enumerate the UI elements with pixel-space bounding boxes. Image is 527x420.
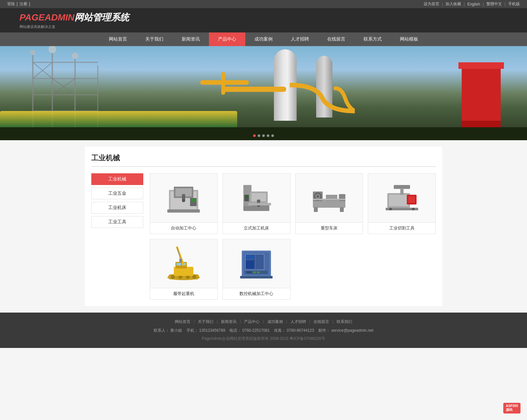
svg-point-51: [412, 208, 415, 210]
footer-nav-home[interactable]: 网站首页: [175, 319, 190, 325]
register-link[interactable]: 注册: [19, 2, 27, 6]
top-bar-left: 登陆 [ 注册 ]: [6, 1, 30, 7]
logo[interactable]: PAGEADMIN网站管理系统 网站建设高效解决之道: [19, 11, 129, 29]
nav-about[interactable]: 关于我们: [136, 32, 173, 46]
product-name-auto-cnc: 自动加工中心: [150, 222, 217, 234]
product-lathe[interactable]: 重型车床: [295, 173, 363, 234]
svg-point-14: [30, 50, 35, 55]
footer: 网站首页 | 关于我们 | 新闻资讯 | 产品中心 | 成功案例 | 人才招聘 …: [0, 313, 527, 348]
nav-news[interactable]: 新闻资讯: [173, 32, 209, 46]
vertical-cnc-svg: [238, 182, 274, 214]
sep1: |: [442, 2, 443, 6]
mobile-link[interactable]: 手机版: [508, 1, 520, 7]
svg-rect-74: [257, 271, 260, 273]
product-crane[interactable]: 履带起重机: [150, 239, 218, 300]
product-vertical-cnc[interactable]: 立式加工机床: [223, 173, 290, 234]
tel-value: 0760-22517081: [242, 328, 270, 333]
sidebar-item-hardware[interactable]: 工业五金: [91, 188, 143, 199]
product-auto-cnc[interactable]: 自动加工中心: [150, 173, 218, 234]
add-favorite-link[interactable]: 加入收藏: [445, 1, 461, 7]
nav-home[interactable]: 网站首页: [100, 32, 136, 46]
footer-nav-products[interactable]: 产品中心: [244, 319, 260, 325]
svg-rect-41: [314, 207, 318, 212]
top-bar: 登陆 [ 注册 ] 设为首页 | 加入收藏 | English | 繁體中文 |…: [0, 0, 527, 8]
footer-sep-3: |: [240, 319, 241, 325]
footer-nav-about[interactable]: 关于我们: [198, 319, 213, 325]
nav-contact[interactable]: 联系方式: [354, 32, 391, 46]
section-heading: 工业机械: [91, 153, 120, 163]
footer-nav-cases[interactable]: 成功案例: [267, 319, 283, 325]
hero-banner: [0, 46, 527, 140]
footer-nav-news[interactable]: 新闻资讯: [221, 319, 237, 325]
footer-sep-7: |: [332, 319, 333, 325]
nav-products[interactable]: 产品中心: [209, 32, 245, 46]
dot-3[interactable]: [262, 134, 265, 137]
footer-sep-5: |: [286, 319, 287, 325]
set-home-link[interactable]: 设为首页: [424, 1, 439, 7]
traditional-link[interactable]: 繁體中文: [486, 1, 502, 7]
sidebar-item-tools[interactable]: 工业工具: [91, 216, 143, 228]
product-cutter[interactable]: 工业切割工具: [368, 173, 436, 234]
top-bar-right: 设为首页 | 加入收藏 | English | 繁體中文 | 手机版: [423, 1, 521, 7]
dot-5[interactable]: [271, 134, 274, 137]
fax-value: 0760-86744123: [287, 328, 314, 333]
nav-cases[interactable]: 成功案例: [245, 32, 282, 46]
logo-admin: ADMIN: [45, 12, 74, 22]
product-img-cutter: [368, 174, 435, 222]
logo-cn-text: 网站管理系统: [74, 12, 129, 22]
english-link[interactable]: English: [467, 2, 480, 6]
svg-rect-73: [253, 271, 256, 273]
svg-rect-32: [245, 195, 248, 198]
svg-rect-22: [191, 199, 196, 202]
login-link[interactable]: 登陆: [7, 2, 15, 6]
nav-templates[interactable]: 网站模板: [391, 32, 427, 46]
product-name-vertical-cnc: 立式加工机床: [223, 222, 290, 234]
svg-rect-76: [246, 260, 254, 269]
dot-2[interactable]: [258, 134, 260, 137]
svg-rect-38: [326, 195, 337, 201]
svg-rect-64: [179, 259, 182, 263]
product-img-vertical-cnc: [223, 174, 290, 222]
pipe-curve-svg: [290, 79, 355, 117]
footer-nav-contact[interactable]: 联系我们: [337, 319, 352, 325]
svg-point-13: [72, 53, 78, 59]
crane-svg: [166, 246, 201, 281]
sep2: |: [464, 2, 465, 6]
product-name-crane: 履带起重机: [150, 288, 217, 299]
sidebar: 工业机械 工业五金 工业机床 工业工具: [91, 173, 143, 300]
email-label: 邮件：: [318, 328, 330, 333]
sep3: |: [483, 2, 484, 6]
phone-value: 135123456789: [199, 328, 225, 333]
contact-name: 黄小姐: [170, 328, 182, 333]
svg-point-37: [317, 195, 319, 197]
footer-contact: 联系人： 黄小姐 手机： 135123456789 电话： 0760-22517…: [6, 328, 521, 333]
footer-nav-message[interactable]: 在线留言: [314, 319, 329, 325]
footer-copyright: PageAdmin企业网站管理系统版权所有 2008-2015 粤ICP备070…: [6, 336, 521, 341]
phone-label: 手机：: [186, 328, 198, 333]
nav-jobs[interactable]: 人才招聘: [282, 32, 318, 46]
sep4: |: [505, 2, 506, 6]
product-cnc2[interactable]: 数控机械加工中心: [223, 239, 290, 300]
svg-point-50: [389, 208, 392, 210]
dot-4[interactable]: [267, 134, 269, 137]
pipe-horizontal-1: [221, 87, 286, 92]
logo-page: PAGE: [19, 12, 45, 22]
svg-rect-30: [248, 203, 271, 205]
main-nav: 网站首页 关于我们 新闻资讯 产品中心 成功案例 人才招聘 在线留言 联系方式 …: [0, 32, 527, 46]
nav-messages[interactable]: 在线留言: [318, 32, 354, 46]
ground: [0, 127, 527, 140]
pipe-vertical-1: [221, 72, 225, 95]
footer-sep-1: |: [194, 319, 195, 325]
main-content: 工业机械 工业机械 工业五金 工业机床 工业工具: [85, 147, 442, 306]
sidebar-item-lathe[interactable]: 工业机床: [91, 202, 143, 214]
footer-nav-jobs[interactable]: 人才招聘: [290, 319, 306, 325]
section-title: 工业机械: [91, 153, 436, 167]
svg-rect-48: [400, 188, 404, 195]
sidebar-item-machinery[interactable]: 工业机械: [91, 173, 143, 185]
red-structure: [462, 66, 501, 130]
svg-rect-44: [389, 195, 408, 206]
cnc-svg: [166, 182, 201, 214]
svg-point-20: [182, 199, 185, 202]
dot-1[interactable]: [253, 134, 256, 137]
svg-rect-60: [176, 263, 181, 266]
